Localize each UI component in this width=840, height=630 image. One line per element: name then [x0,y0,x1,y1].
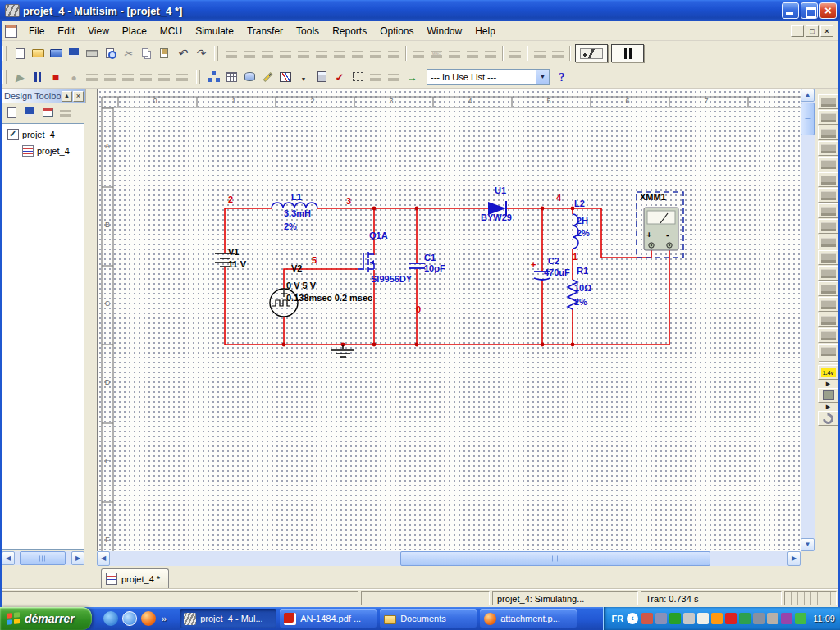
scroll-thumb[interactable] [20,551,66,565]
design-toolbox-header[interactable]: Design Toolbox ▲ × [2,89,86,103]
bode-plotter-icon[interactable] [818,172,839,187]
tray-icon[interactable] [739,613,751,624]
place-indicator-icon[interactable] [385,44,403,62]
minimize-button[interactable] [782,2,799,19]
close-panel-icon[interactable]: × [73,91,84,102]
tree-item-sheet[interactable]: projet_4 [17,144,84,158]
record-icon[interactable] [65,68,83,86]
r1-tolerance-label[interactable]: 2% [574,297,587,308]
c1-ref-label[interactable]: C1 [424,253,436,263]
place-power-icon[interactable] [409,44,427,62]
current-clamp-icon[interactable] [818,411,839,426]
place-basic-icon[interactable] [240,44,258,62]
place-peripherals-icon[interactable] [445,44,463,62]
toggle-hierarchy-icon[interactable] [204,68,222,86]
c1-value-label[interactable]: 10pF [424,263,445,274]
place-diode-icon[interactable] [258,44,276,62]
run-icon[interactable] [11,68,29,86]
tray-icon[interactable] [697,613,709,624]
place-rf-icon[interactable] [463,44,482,62]
rename-page-icon[interactable] [57,104,74,121]
back-annotate-icon[interactable] [367,68,385,86]
net-label[interactable]: 0 [416,304,421,315]
agilent-oscilloscope-icon[interactable] [818,344,839,358]
vertical-scroll-thumb[interactable] [801,103,815,135]
net-label[interactable]: 2 [228,194,233,205]
l1-ref-label[interactable]: L1 [291,192,302,203]
spreadsheet-view-icon[interactable] [222,68,240,86]
step-over-icon[interactable] [101,68,119,86]
place-bus-icon[interactable] [549,44,567,62]
stop-icon[interactable] [47,68,65,86]
save-icon[interactable] [65,44,83,62]
r1-ref-label[interactable]: R1 [577,266,588,276]
c1-capacitor-symbol[interactable] [409,263,425,268]
taskbar-task-folder[interactable]: Documents [380,609,477,628]
labview-dropdown-icon[interactable]: ▶ [818,404,839,410]
restore-button[interactable] [801,2,818,19]
pause-icon[interactable] [29,68,47,86]
quick-launch-overflow-icon[interactable]: » [162,614,167,623]
design-tree-scrollbar[interactable]: ◀ ▶ [2,551,84,565]
document-icon[interactable] [5,25,17,38]
rollup-icon[interactable]: ▲ [62,91,72,102]
copy-icon[interactable] [137,44,155,62]
grapher-icon[interactable] [276,68,294,86]
menu-item-mcu[interactable]: MCU [153,23,189,39]
step-out-icon[interactable] [119,68,137,86]
ground-symbol[interactable] [331,345,354,357]
scroll-left-icon[interactable]: ◀ [2,551,15,565]
place-analog-icon[interactable] [294,44,313,62]
measurement-probe-icon[interactable]: 1.4v [818,365,839,380]
place-cmos-icon[interactable] [331,44,349,62]
scroll-left-icon[interactable]: ◀ [97,551,110,566]
grapher-dropdown-icon[interactable] [294,68,313,86]
menu-item-place[interactable]: Place [116,23,153,39]
q1-ref-label[interactable]: Q1A [369,231,388,241]
labview-instrument-icon[interactable] [818,388,839,403]
component-wizard-icon[interactable] [258,68,276,86]
run-to-cursor-icon[interactable] [137,68,155,86]
tray-icon[interactable] [711,613,723,624]
horizontal-scrollbar[interactable]: ◀ ▶ [97,551,801,566]
tray-icon[interactable] [795,613,806,624]
tray-icon[interactable] [767,613,778,624]
tray-icon[interactable] [781,613,792,624]
v1-value-label[interactable]: 11 V [228,259,246,270]
place-misc-icon[interactable]: MISC [427,44,445,62]
place-source-icon[interactable] [222,44,240,62]
c2-ref-label[interactable]: C2 [548,256,559,267]
close-button[interactable] [819,2,837,19]
cut-icon[interactable] [119,44,137,62]
xmm1-ref-label[interactable]: XMM1 [640,192,666,203]
menu-item-view[interactable]: View [81,23,116,39]
oscilloscope-icon[interactable] [818,141,839,156]
menu-item-edit[interactable]: Edit [51,23,81,39]
function-generator-icon[interactable] [818,110,839,125]
open-design-icon[interactable] [47,44,65,62]
l2-tolerance-label[interactable]: 2% [577,228,590,239]
tray-icon[interactable] [669,613,681,624]
open-window-icon[interactable] [39,104,56,121]
menu-item-reports[interactable]: Reports [326,23,373,39]
place-mcu-icon[interactable] [506,44,524,62]
tray-icon[interactable] [641,613,653,624]
schematic-canvas[interactable]: + - 2 3 5 4 1 0 L1 3.3mH 2% V1 11 V V2 0… [97,89,801,551]
tray-icon[interactable] [753,613,765,624]
erc-icon[interactable] [331,68,349,86]
logic-analyzer-icon[interactable] [818,219,839,234]
mdi-minimize-button[interactable]: _ [791,25,804,37]
taskbar-task-pdf[interactable]: AN-1484.pdf ... [280,609,377,628]
chevron-down-icon[interactable]: ▼ [536,70,549,84]
database-manager-icon[interactable] [240,68,258,86]
paste-icon[interactable] [155,44,173,62]
probe-dropdown-icon[interactable]: ▶ [818,381,839,387]
scroll-down-icon[interactable]: ▼ [801,538,815,551]
open-icon[interactable] [29,44,47,62]
distortion-analyzer-icon[interactable] [818,266,839,281]
net-label[interactable]: 3 [346,196,351,207]
iv-analyzer-icon[interactable] [818,250,839,265]
agilent-multimeter-icon[interactable] [818,328,839,343]
u1-ref-label[interactable]: U1 [495,185,506,196]
tree-item-root[interactable]: projet_4 [2,127,84,142]
